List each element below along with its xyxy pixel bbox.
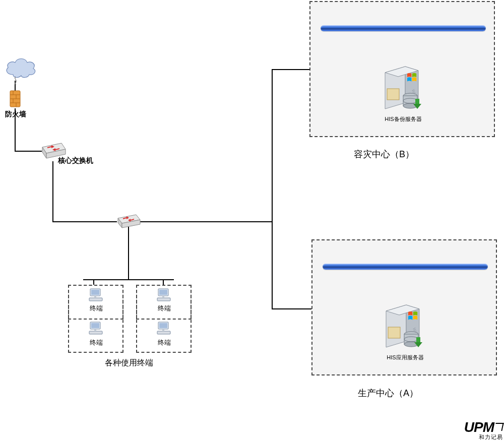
server-app-icon: Windows	[383, 302, 425, 350]
core-switch-label: 核心交换机	[58, 156, 93, 165]
svg-rect-33	[162, 296, 164, 298]
terminal-icon	[88, 288, 104, 303]
firewall-label: 防火墙	[1, 110, 30, 119]
svg-rect-37	[162, 329, 164, 331]
svg-rect-27	[91, 323, 99, 328]
svg-rect-24	[89, 298, 102, 301]
svg-rect-42	[387, 89, 399, 100]
svg-rect-23	[91, 290, 99, 295]
prod-center-box: Windows HIS应用服务器	[311, 239, 497, 375]
network-bus-icon	[321, 25, 486, 31]
firewall-icon	[9, 90, 21, 108]
svg-rect-29	[94, 329, 96, 331]
terminal-group-left: 终端 终端	[68, 285, 123, 353]
cloud-tail-icon	[12, 77, 19, 85]
terminal-label: 终端	[69, 338, 123, 347]
terminal-label: 终端	[137, 338, 192, 347]
sub-switch-icon	[116, 214, 141, 230]
prod-center-caption: 生产中心（A）	[358, 387, 418, 399]
svg-rect-53	[388, 327, 400, 338]
logo: UPM 和力记易	[464, 421, 503, 441]
svg-rect-36	[157, 331, 170, 334]
terminal-group-right: 终端 终端	[136, 285, 192, 353]
terminals-caption: 各种使用终端	[89, 358, 169, 368]
svg-rect-47	[415, 99, 419, 104]
server-backup-icon: Windows	[382, 64, 424, 112]
backup-server-label: HIS备份服务器	[310, 115, 496, 123]
dr-center-box: Windows HIS备份服务器	[309, 1, 495, 137]
terminal-icon	[156, 321, 172, 336]
svg-rect-31	[159, 290, 167, 295]
svg-rect-58	[416, 337, 420, 342]
svg-rect-25	[94, 296, 96, 298]
svg-rect-28	[89, 331, 102, 334]
logo-text: UPM	[464, 421, 503, 433]
diagram-canvas: 防火墙 核心交换机	[0, 0, 504, 442]
terminal-label: 终端	[137, 304, 192, 313]
cloud-icon	[3, 56, 38, 80]
terminal-label: 终端	[69, 304, 123, 313]
network-bus-icon	[323, 264, 488, 270]
svg-rect-35	[159, 323, 167, 328]
terminal-icon	[156, 288, 172, 303]
terminal-icon	[88, 321, 104, 336]
dr-center-caption: 容灾中心（B）	[354, 148, 414, 160]
svg-rect-32	[157, 298, 170, 301]
app-server-label: HIS应用服务器	[312, 354, 498, 361]
